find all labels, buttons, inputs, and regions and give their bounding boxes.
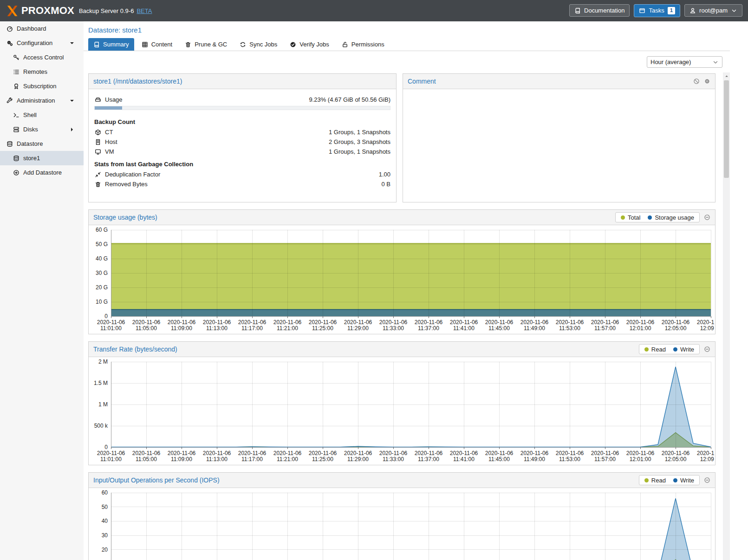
- legend-storage-usage[interactable]: Storage usage: [648, 214, 694, 221]
- tab-label: Sync Jobs: [249, 41, 277, 48]
- tasks-button[interactable]: Tasks 1: [634, 4, 680, 17]
- legend-total[interactable]: Total: [621, 214, 640, 221]
- legend-read[interactable]: Read: [644, 477, 666, 484]
- tab-label: Summary: [103, 41, 129, 48]
- user-label: root@pam: [699, 7, 728, 14]
- timeframe-select[interactable]: Hour (average): [647, 56, 722, 68]
- svg-text:2020-11-06: 2020-11-06: [662, 319, 690, 326]
- gc-stat-row-deduplication-factor: Deduplication Factor1.00: [94, 169, 390, 179]
- row-value: 0 B: [381, 181, 390, 188]
- usage-progress-fill: [95, 106, 122, 110]
- documentation-button[interactable]: Documentation: [569, 4, 630, 17]
- sidebar-item-datastore[interactable]: Datastore: [0, 137, 84, 151]
- sidebar-item-dashboard[interactable]: Dashboard: [0, 21, 84, 36]
- legend-dot: [644, 347, 649, 352]
- svg-text:12:09:00: 12:09:00: [700, 456, 714, 462]
- comment-panel-title: Comment: [408, 78, 436, 85]
- tab-sync-jobs[interactable]: Sync Jobs: [234, 38, 282, 51]
- svg-text:2020-11-06: 2020-11-06: [591, 450, 619, 456]
- sidebar-item-label: Administration: [17, 97, 55, 104]
- tab-summary[interactable]: Summary: [88, 38, 134, 51]
- sidebar-item-shell[interactable]: Shell: [0, 108, 84, 122]
- transfer-rate-legend: ReadWrite: [639, 344, 710, 354]
- transfer-rate-chart: 0500 k1 M1.5 M2 M2020-11-0611:01:002020-…: [89, 357, 714, 465]
- sidebar-item-add-datastore[interactable]: Add Datastore: [0, 165, 84, 180]
- database-icon: [13, 155, 20, 162]
- chart-toolbar: Hour (average): [84, 51, 730, 72]
- sidebar-item-configuration[interactable]: Configuration: [0, 36, 84, 50]
- collapse-icon[interactable]: [704, 214, 710, 221]
- page-title: Datastore: store1: [84, 21, 730, 36]
- legend-write[interactable]: Write: [673, 346, 694, 353]
- slash-circle-icon[interactable]: [693, 78, 700, 85]
- tab-content[interactable]: Content: [137, 38, 178, 51]
- transfer-rate-chart-panel: Transfer Rate (bytes/second) ReadWrite 0…: [88, 341, 715, 465]
- svg-text:12:09:00: 12:09:00: [700, 325, 714, 332]
- svg-text:2020-11-06: 2020-11-06: [626, 450, 655, 456]
- legend-write[interactable]: Write: [673, 477, 694, 484]
- scrollbar-up-arrow[interactable]: [723, 72, 730, 80]
- svg-text:2020-11-06: 2020-11-06: [697, 319, 714, 326]
- legend-label: Write: [680, 477, 694, 484]
- terminal-icon: [13, 112, 20, 118]
- storage-usage-chart-header: Storage usage (bytes) TotalStorage usage: [89, 210, 715, 225]
- legend-read[interactable]: Read: [644, 346, 666, 353]
- svg-text:11:45:00: 11:45:00: [488, 456, 510, 462]
- tab-prune-gc[interactable]: Prune & GC: [180, 38, 232, 51]
- vertical-scrollbar[interactable]: [723, 72, 730, 560]
- row-label: Removed Bytes: [105, 181, 148, 188]
- dashboard-icon: [6, 26, 13, 32]
- svg-text:11:25:00: 11:25:00: [312, 456, 333, 462]
- svg-text:11:45:00: 11:45:00: [488, 325, 510, 332]
- sidebar-item-administration[interactable]: Administration: [0, 93, 84, 108]
- plus-circle-icon: [13, 169, 20, 176]
- gear-icon[interactable]: [704, 78, 710, 85]
- sidebar-item-remotes[interactable]: Remotes: [0, 65, 84, 79]
- main-content: Datastore: store1 SummaryContentPrune & …: [84, 21, 730, 560]
- svg-text:11:13:00: 11:13:00: [206, 456, 228, 462]
- sidebar-item-access-control[interactable]: Access Control: [0, 50, 84, 65]
- svg-text:50 G: 50 G: [96, 241, 108, 247]
- usage-label: Usage: [105, 96, 123, 103]
- svg-text:2020-11-06: 2020-11-06: [556, 319, 584, 326]
- cube-icon: [94, 129, 101, 136]
- sidebar-item-subscription[interactable]: Subscription: [0, 79, 84, 93]
- svg-text:2020-11-06: 2020-11-06: [309, 450, 337, 456]
- caret-down-icon[interactable]: [68, 98, 75, 104]
- svg-text:2020-11-06: 2020-11-06: [556, 450, 584, 456]
- disks-icon: [13, 126, 20, 133]
- beta-link[interactable]: BETA: [137, 7, 152, 14]
- svg-text:11:21:00: 11:21:00: [277, 456, 298, 462]
- caret-right-icon[interactable]: [68, 126, 75, 133]
- sidebar-item-label: Access Control: [23, 54, 64, 61]
- tab-label: Content: [151, 41, 173, 48]
- tab-permissions[interactable]: Permissions: [337, 38, 390, 51]
- tasks-count-badge: 1: [668, 7, 675, 14]
- user-menu-button[interactable]: root@pam: [684, 4, 742, 17]
- collapse-icon[interactable]: [704, 346, 710, 352]
- legend-dot: [673, 478, 677, 482]
- sidebar-item-disks[interactable]: Disks: [0, 122, 84, 137]
- chart-legend-box: ReadWrite: [639, 475, 700, 485]
- svg-text:12:01:00: 12:01:00: [630, 325, 651, 332]
- chevron-down-icon: [731, 7, 737, 14]
- compress-icon: [94, 171, 101, 178]
- chevron-down-icon: [712, 59, 719, 65]
- collapse-icon[interactable]: [704, 477, 710, 483]
- tab-verify-jobs[interactable]: Verify Jobs: [285, 38, 334, 51]
- vm-icon: [94, 149, 101, 155]
- caret-down-icon[interactable]: [68, 40, 75, 46]
- svg-text:0: 0: [104, 313, 108, 319]
- svg-text:30: 30: [102, 532, 108, 539]
- row-label: CT: [105, 129, 113, 136]
- scrollbar-thumb[interactable]: [724, 80, 729, 178]
- svg-text:2020-11-06: 2020-11-06: [485, 450, 514, 456]
- svg-text:2 M: 2 M: [98, 358, 108, 365]
- svg-text:2020-11-06: 2020-11-06: [415, 319, 443, 326]
- sidebar-item-store1[interactable]: store1: [0, 151, 84, 165]
- svg-text:2020-11-06: 2020-11-06: [379, 450, 408, 456]
- svg-text:500 k: 500 k: [94, 423, 108, 429]
- unlock-icon: [342, 41, 348, 48]
- chart-legend-box: TotalStorage usage: [615, 212, 700, 222]
- check-circle-icon: [290, 41, 296, 48]
